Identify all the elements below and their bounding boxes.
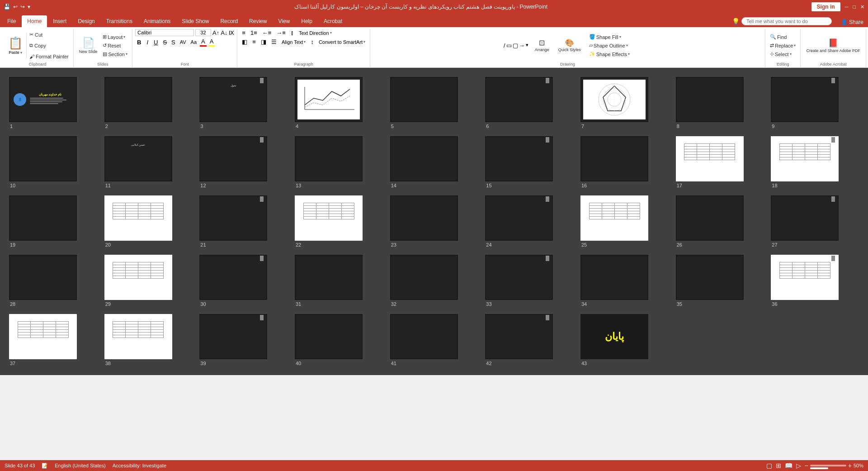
tab-record[interactable]: Record bbox=[215, 15, 243, 27]
find-button[interactable]: 🔍 Find bbox=[768, 33, 797, 41]
zoom-in-button[interactable]: + bbox=[848, 462, 852, 469]
slide-thumbnail[interactable] bbox=[295, 77, 363, 122]
slide-item[interactable]: 30 bbox=[199, 255, 288, 307]
tab-design[interactable]: Design bbox=[72, 15, 100, 27]
clear-format-button[interactable]: Ⅸ bbox=[229, 29, 234, 36]
align-center-button[interactable]: ≡ bbox=[250, 38, 258, 46]
tab-transitions[interactable]: Transitions bbox=[101, 15, 138, 27]
slide-thumbnail[interactable] bbox=[676, 195, 744, 241]
slide-thumbnail[interactable] bbox=[199, 314, 267, 359]
slide-thumbnail[interactable] bbox=[295, 136, 363, 181]
slide-item[interactable]: 14 bbox=[390, 136, 478, 188]
slide-thumbnail[interactable] bbox=[199, 255, 267, 300]
tab-file[interactable]: File bbox=[2, 15, 21, 27]
shape-effects-button[interactable]: ✨ Shape Effects ▾ bbox=[587, 50, 632, 58]
columns-button[interactable]: ⫿ bbox=[289, 29, 296, 37]
slide-thumbnail[interactable] bbox=[485, 255, 553, 300]
slide-thumbnail[interactable] bbox=[580, 136, 648, 181]
create-adobe-pdf-button[interactable]: 📕 Create and Share Adobe PDF bbox=[803, 33, 863, 59]
text-direction-button[interactable]: Text Direction ▾ bbox=[297, 30, 334, 36]
slide-item[interactable]: 31 bbox=[295, 255, 383, 307]
reset-button[interactable]: ↺ Reset bbox=[101, 42, 129, 49]
slide-item[interactable]: تحول 3 bbox=[199, 77, 288, 129]
slide-thumbnail[interactable] bbox=[390, 255, 458, 300]
slide-thumbnail[interactable] bbox=[9, 136, 77, 181]
slide-item[interactable]: 32 bbox=[390, 255, 478, 307]
slide-thumbnail[interactable] bbox=[676, 136, 744, 181]
slide-thumbnail[interactable] bbox=[295, 255, 363, 300]
slide-item[interactable]: 20 bbox=[104, 195, 193, 247]
redo-icon[interactable]: ↪ bbox=[20, 4, 25, 10]
slide-item[interactable]: 39 bbox=[199, 314, 288, 366]
section-button[interactable]: ▤ Section ▾ bbox=[101, 50, 129, 58]
slide-sorter-button[interactable]: ⊞ bbox=[776, 462, 781, 469]
shape-outline-button[interactable]: ▱ Shape Outline ▾ bbox=[587, 42, 632, 49]
slide-item[interactable]: 4 bbox=[295, 77, 383, 129]
slide-item[interactable]: 29 bbox=[104, 255, 193, 307]
decrease-font-button[interactable]: A↓ bbox=[221, 29, 227, 36]
slide-item[interactable]: 36 bbox=[771, 255, 859, 307]
slide-item[interactable]: 33 bbox=[485, 255, 573, 307]
tab-insert[interactable]: Insert bbox=[47, 15, 72, 27]
slide-item[interactable]: 6 bbox=[485, 77, 573, 129]
slide-thumbnail[interactable] bbox=[771, 136, 839, 181]
slide-thumbnail[interactable] bbox=[485, 314, 553, 359]
slide-thumbnail[interactable] bbox=[485, 195, 553, 241]
bold-button[interactable]: B bbox=[135, 38, 143, 47]
slide-thumbnail[interactable] bbox=[390, 314, 458, 359]
slide-thumbnail[interactable] bbox=[295, 195, 363, 241]
slide-thumbnail[interactable]: تحول bbox=[199, 77, 267, 122]
slide-thumbnail[interactable] bbox=[199, 195, 267, 241]
format-painter-button[interactable]: 🖌 Format Painter bbox=[28, 52, 71, 62]
increase-indent-button[interactable]: →≡ bbox=[274, 29, 288, 37]
slide-item[interactable]: 18 bbox=[771, 136, 859, 188]
align-left-button[interactable]: ◧ bbox=[240, 38, 249, 46]
slide-item[interactable]: 35 bbox=[676, 255, 764, 307]
slide-item[interactable]: 26 bbox=[676, 195, 764, 247]
slide-item[interactable]: 23 bbox=[390, 195, 478, 247]
new-slide-button[interactable]: 📄 New Slide bbox=[76, 33, 100, 59]
underline-button[interactable]: U bbox=[152, 38, 160, 47]
slide-thumbnail[interactable] bbox=[485, 77, 553, 122]
minimize-icon[interactable]: ─ bbox=[845, 4, 849, 10]
tab-slide-show[interactable]: Slide Show bbox=[176, 15, 214, 27]
align-text-button[interactable]: Align Text ▾ bbox=[280, 39, 308, 45]
tell-me-input[interactable] bbox=[741, 17, 832, 25]
shape-rounded-rect-icon[interactable]: ▢ bbox=[513, 42, 518, 49]
case-button[interactable]: Aa bbox=[189, 39, 198, 45]
quick-styles-button[interactable]: 🎨 Quick Styles bbox=[556, 37, 584, 55]
slide-thumbnail[interactable] bbox=[771, 195, 839, 241]
slide-item[interactable]: 27 bbox=[771, 195, 859, 247]
convert-smartart-button[interactable]: Convert to SmartArt ▾ bbox=[317, 39, 367, 45]
slide-item[interactable]: 34 bbox=[580, 255, 669, 307]
font-color-button[interactable]: A bbox=[200, 38, 207, 47]
close-icon[interactable]: ✕ bbox=[860, 4, 864, 10]
slide-thumbnail[interactable]: 👤 نام خداوند مهربان bbox=[9, 77, 77, 122]
slide-item[interactable]: 17 bbox=[676, 136, 764, 188]
cut-button[interactable]: ✂ Cut bbox=[28, 30, 71, 40]
shape-fill-button[interactable]: 🪣 Shape Fill ▾ bbox=[587, 33, 632, 41]
slide-item[interactable]: حسن کبلایی 11 bbox=[104, 136, 193, 188]
slide-thumbnail[interactable] bbox=[580, 77, 648, 122]
font-size-input[interactable] bbox=[195, 29, 211, 36]
slide-item[interactable]: 21 bbox=[199, 195, 288, 247]
tab-animations[interactable]: Animations bbox=[138, 15, 176, 27]
tab-home[interactable]: Home bbox=[22, 15, 47, 27]
notes-icon[interactable]: 📝 bbox=[42, 463, 48, 469]
restore-icon[interactable]: □ bbox=[853, 4, 856, 10]
layout-button[interactable]: ⊞ Layout ▾ bbox=[101, 33, 129, 41]
slideshow-button[interactable]: ▷ bbox=[796, 462, 801, 469]
align-right-button[interactable]: ◨ bbox=[259, 38, 268, 46]
slide-thumbnail[interactable] bbox=[104, 195, 172, 241]
tab-view[interactable]: View bbox=[273, 15, 295, 27]
tab-acrobat[interactable]: Acrobat bbox=[318, 15, 348, 27]
increase-font-button[interactable]: A↑ bbox=[212, 29, 219, 36]
font-name-input[interactable] bbox=[135, 29, 194, 36]
sign-in-button[interactable]: Sign in bbox=[811, 2, 840, 11]
shape-more-icon[interactable]: ▾ bbox=[526, 42, 528, 49]
zoom-out-button[interactable]: − bbox=[805, 462, 808, 469]
copy-button[interactable]: ⧉ Copy bbox=[28, 41, 71, 51]
slide-thumbnail[interactable] bbox=[390, 136, 458, 181]
slide-item[interactable]: 5 bbox=[390, 77, 478, 129]
slide-item[interactable]: 22 bbox=[295, 195, 383, 247]
